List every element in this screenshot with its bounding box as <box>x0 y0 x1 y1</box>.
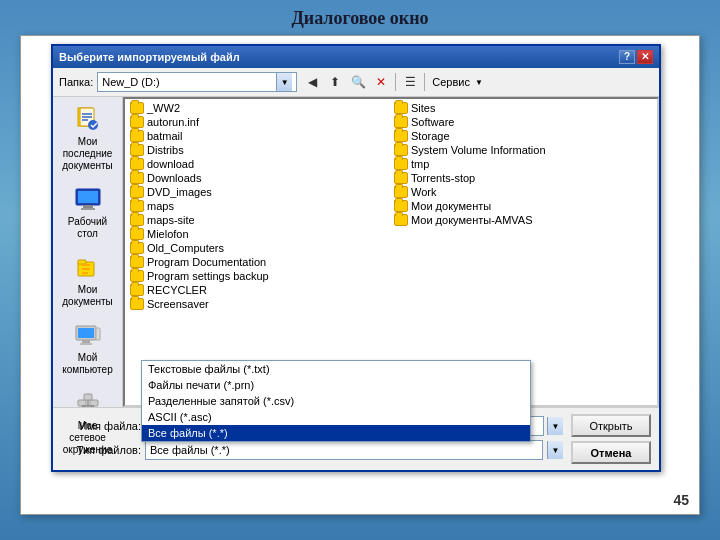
dropdown-item-csv[interactable]: Разделенные запятой (*.csv) <box>142 393 530 409</box>
file-name: batmail <box>147 130 182 142</box>
list-item[interactable]: Software <box>391 115 655 129</box>
folder-icon <box>130 242 144 254</box>
svg-rect-13 <box>82 268 90 270</box>
file-name: Program Documentation <box>147 256 266 268</box>
folder-combo-arrow[interactable]: ▼ <box>276 73 292 91</box>
filetype-dropdown: Текстовые файлы (*.txt) Файлы печати (*.… <box>141 360 531 442</box>
svg-rect-12 <box>82 264 90 266</box>
dropdown-item-prn[interactable]: Файлы печати (*.prn) <box>142 377 530 393</box>
list-item[interactable]: tmp <box>391 157 655 171</box>
folder-icon <box>130 186 144 198</box>
dialog-action-buttons: Открыть Отмена <box>571 414 651 464</box>
desktop-label: Рабочий стол <box>61 216 115 240</box>
list-item[interactable]: DVD_images <box>127 185 391 199</box>
page-title: Диалоговое окно <box>291 8 428 29</box>
list-item[interactable]: download <box>127 157 391 171</box>
help-button[interactable]: ? <box>619 50 635 64</box>
dialog-title-text: Выберите импортируемый файл <box>59 51 240 63</box>
file-name: Sites <box>411 102 435 114</box>
list-item[interactable]: Screensaver <box>127 297 391 311</box>
folder-icon <box>394 214 408 226</box>
list-item[interactable]: Program Documentation <box>127 255 391 269</box>
sidebar-item-desktop[interactable]: Рабочий стол <box>58 181 118 245</box>
file-name: Screensaver <box>147 298 209 310</box>
file-name: System Volume Information <box>411 144 546 156</box>
list-item[interactable]: RECYCLER <box>127 283 391 297</box>
list-item[interactable]: Мои документы <box>391 199 655 213</box>
file-name: DVD_images <box>147 186 212 198</box>
sidebar-item-recent[interactable]: Мои последние документы <box>58 101 118 177</box>
folder-icon <box>130 158 144 170</box>
sidebar: Мои последние документы Рабочий стол <box>53 97 123 407</box>
cancel-button[interactable]: Отмена <box>571 441 651 464</box>
list-item[interactable]: Work <box>391 185 655 199</box>
list-item[interactable]: Sites <box>391 101 655 115</box>
search-icon-btn[interactable]: 🔍 <box>347 71 369 93</box>
filename-combo-arrow[interactable]: ▼ <box>547 417 563 435</box>
filetype-label: Тип файлов: <box>61 444 141 456</box>
filetype-combo[interactable]: Все файлы (*.*) <box>145 440 543 460</box>
service-menu[interactable]: Сервис <box>428 74 474 90</box>
list-item[interactable]: Mielofon <box>127 227 391 241</box>
dropdown-item-asc[interactable]: ASCII (*.asc) <box>142 409 530 425</box>
list-item[interactable]: Torrents-stop <box>391 171 655 185</box>
svg-rect-21 <box>90 400 98 406</box>
list-item[interactable]: batmail <box>127 129 391 143</box>
list-item[interactable]: Distribs <box>127 143 391 157</box>
folder-icon <box>130 298 144 310</box>
file-col-2: Sites Software Storage System Volume Inf… <box>391 101 655 311</box>
view-icon-btn[interactable]: ☰ <box>399 71 421 93</box>
folder-icon <box>394 116 408 128</box>
close-button[interactable]: ✕ <box>637 50 653 64</box>
list-item[interactable]: Program settings backup <box>127 269 391 283</box>
file-name: Distribs <box>147 144 184 156</box>
folder-icon <box>130 270 144 282</box>
list-item[interactable]: maps <box>127 199 391 213</box>
list-item[interactable]: System Volume Information <box>391 143 655 157</box>
svg-rect-16 <box>78 328 94 338</box>
service-arrow[interactable]: ▼ <box>475 78 483 87</box>
list-item[interactable]: autorun.inf <box>127 115 391 129</box>
file-name: download <box>147 158 194 170</box>
svg-rect-14 <box>82 272 88 274</box>
back-icon-btn[interactable]: ◀ <box>301 71 323 93</box>
dialog-toolbar: Папка: New_D (D:) ▼ ◀ ⬆ 🔍 ✕ ☰ Сервис ▼ <box>53 68 659 97</box>
dropdown-item-all[interactable]: Все файлы (*.*) <box>142 425 530 441</box>
svg-rect-17 <box>82 340 90 343</box>
svg-rect-19 <box>96 328 100 340</box>
sidebar-item-docs[interactable]: Мои документы <box>58 249 118 313</box>
docs-label: Мои документы <box>61 284 115 308</box>
file-name: Work <box>411 186 436 198</box>
list-item[interactable]: _WW2 <box>127 101 391 115</box>
list-item[interactable]: Old_Computers <box>127 241 391 255</box>
filename-label: Имя файла: <box>61 420 141 432</box>
svg-rect-9 <box>81 208 95 210</box>
filetype-combo-arrow[interactable]: ▼ <box>547 441 563 459</box>
folder-label: Папка: <box>59 76 93 88</box>
folder-combo[interactable]: New_D (D:) ▼ <box>97 72 297 92</box>
file-name: Torrents-stop <box>411 172 475 184</box>
folder-icon <box>130 130 144 142</box>
list-item[interactable]: Storage <box>391 129 655 143</box>
folder-icon <box>130 116 144 128</box>
folder-icon <box>130 200 144 212</box>
toolbar-sep <box>395 73 396 91</box>
up-icon-btn[interactable]: ⬆ <box>324 71 346 93</box>
svg-rect-8 <box>83 205 93 208</box>
svg-rect-20 <box>78 400 86 406</box>
file-name: Program settings backup <box>147 270 269 282</box>
recent-icon <box>72 106 104 134</box>
dropdown-item-txt[interactable]: Текстовые файлы (*.txt) <box>142 361 530 377</box>
delete-icon-btn[interactable]: ✕ <box>370 71 392 93</box>
svg-rect-11 <box>78 260 86 264</box>
sidebar-item-computer[interactable]: Мой компьютер <box>58 317 118 381</box>
open-button[interactable]: Открыть <box>571 414 651 437</box>
folder-icon <box>130 102 144 114</box>
list-item[interactable]: Downloads <box>127 171 391 185</box>
list-item[interactable]: maps-site <box>127 213 391 227</box>
computer-label: Мой компьютер <box>61 352 115 376</box>
folder-icon <box>394 158 408 170</box>
file-name: maps-site <box>147 214 195 226</box>
list-item[interactable]: Мои документы-AMVAS <box>391 213 655 227</box>
file-name: Мои документы <box>411 200 491 212</box>
